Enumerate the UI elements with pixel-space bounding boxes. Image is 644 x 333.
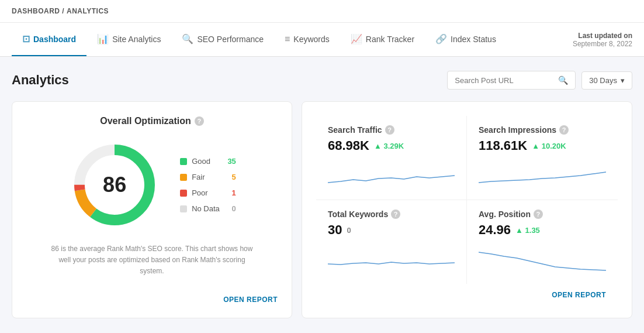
last-updated-date: September 8, 2022 xyxy=(573,40,632,48)
donut-section: 86 Good 35 Fair 5 Poor 1 No Data 0 xyxy=(68,138,236,232)
sparkline xyxy=(328,159,455,188)
metric-avg-position: Avg. Position ? 24.96 ▲ 1.35 xyxy=(467,200,618,284)
nav-tab-dashboard[interactable]: ⊡Dashboard xyxy=(12,23,86,56)
breadcrumb-current: ANALYTICS xyxy=(67,7,109,15)
legend: Good 35 Fair 5 Poor 1 No Data 0 xyxy=(180,157,236,213)
sparkline xyxy=(328,243,455,273)
legend-label: Fair xyxy=(192,173,205,181)
optimization-score: 86 xyxy=(103,173,126,197)
metric-label: Search Traffic ? xyxy=(328,125,455,135)
metric-label: Total Keywords ? xyxy=(328,210,455,219)
nav-meta: Last updated on September 8, 2022 xyxy=(573,32,632,48)
page-header: Analytics 🔍 30 Days ▾ xyxy=(12,71,632,90)
nav-tab-rank-tracker[interactable]: 📈Rank Tracker xyxy=(340,23,425,56)
nav-tab-seo-performance[interactable]: 🔍SEO Performance xyxy=(171,23,274,56)
index-status-label: Index Status xyxy=(451,35,496,44)
metrics-grid: Search Traffic ? 68.98K ▲ 3.29K Search I… xyxy=(316,116,618,284)
rank-tracker-icon: 📈 xyxy=(351,33,362,44)
seo-performance-label: SEO Performance xyxy=(197,35,264,44)
nav-bar: ⊡Dashboard📊Site Analytics🔍SEO Performanc… xyxy=(0,23,644,57)
open-report-left[interactable]: OPEN REPORT xyxy=(223,296,278,304)
sparkline xyxy=(479,243,606,273)
metric-delta: ▲ 3.29K xyxy=(374,142,404,150)
nav-tab-site-analytics[interactable]: 📊Site Analytics xyxy=(86,23,171,56)
metric-value: 24.96 ▲ 1.35 xyxy=(479,222,606,238)
metric-delta: ▲ 1.35 xyxy=(515,226,540,235)
legend-count: 35 xyxy=(224,157,236,166)
header-controls: 🔍 30 Days ▾ xyxy=(447,71,632,90)
optimization-help-icon[interactable]: ? xyxy=(195,116,204,126)
sparkline xyxy=(479,159,606,188)
seo-performance-icon: 🔍 xyxy=(182,33,193,44)
days-select[interactable]: 30 Days ▾ xyxy=(581,71,632,90)
legend-item: Fair 5 xyxy=(180,173,236,181)
metric-search-traffic: Search Traffic ? 68.98K ▲ 3.29K xyxy=(316,116,467,200)
keywords-label: Keywords xyxy=(293,35,329,44)
metric-search-impressions: Search Impressions ? 118.61K ▲ 10.20K xyxy=(467,116,618,200)
open-report-right[interactable]: OPEN REPORT xyxy=(552,291,606,299)
nav-tab-keywords[interactable]: ≡Keywords xyxy=(274,23,340,56)
page-title: Analytics xyxy=(12,73,69,88)
search-traffic-help-icon[interactable]: ? xyxy=(385,125,394,135)
optimization-description: 86 is the average Rank Math's SEO score.… xyxy=(47,243,257,277)
donut-chart: 86 xyxy=(68,138,161,232)
metric-label: Avg. Position ? xyxy=(479,210,606,219)
legend-dot xyxy=(180,158,187,165)
breadcrumb-dashboard[interactable]: DASHBOARD xyxy=(12,7,60,15)
legend-item: Poor 1 xyxy=(180,188,236,197)
search-box[interactable]: 🔍 xyxy=(447,71,576,90)
legend-label: Poor xyxy=(192,188,207,197)
legend-dot xyxy=(180,174,187,181)
cards-row: Overall Optimization ? xyxy=(12,101,632,318)
legend-item: No Data 0 xyxy=(180,204,236,213)
metric-value: 118.61K ▲ 10.20K xyxy=(479,138,606,153)
legend-label: Good xyxy=(192,157,210,166)
nav-tab-index-status[interactable]: 🔗Index Status xyxy=(425,23,507,56)
metric-delta: ▲ 10.20K xyxy=(532,142,566,150)
legend-label: No Data xyxy=(192,204,220,213)
search-input[interactable] xyxy=(455,76,553,85)
legend-count: 5 xyxy=(224,173,236,181)
rank-tracker-label: Rank Tracker xyxy=(366,35,414,44)
page-content: Analytics 🔍 30 Days ▾ Overall Optimizati… xyxy=(0,57,644,332)
last-updated-label: Last updated on xyxy=(573,32,632,40)
breadcrumb: DASHBOARD / ANALYTICS xyxy=(0,0,644,23)
total-keywords-help-icon[interactable]: ? xyxy=(391,210,400,219)
keywords-icon: ≡ xyxy=(285,34,290,44)
metric-delta: 0 xyxy=(347,226,351,235)
legend-count: 0 xyxy=(224,204,236,213)
metrics-card: Search Traffic ? 68.98K ▲ 3.29K Search I… xyxy=(302,101,632,318)
nav-tabs: ⊡Dashboard📊Site Analytics🔍SEO Performanc… xyxy=(12,23,507,56)
right-footer: OPEN REPORT xyxy=(316,284,618,304)
metric-total-keywords: Total Keywords ? 30 0 xyxy=(316,200,467,284)
breadcrumb-separator: / xyxy=(62,7,64,15)
metric-value: 30 0 xyxy=(328,222,455,238)
site-analytics-icon: 📊 xyxy=(97,33,109,44)
chevron-down-icon: ▾ xyxy=(621,76,625,85)
legend-dot xyxy=(180,190,187,197)
legend-count: 1 xyxy=(224,188,236,197)
site-analytics-label: Site Analytics xyxy=(112,35,161,44)
search-impressions-help-icon[interactable]: ? xyxy=(559,125,569,135)
optimization-card: Overall Optimization ? xyxy=(12,101,292,318)
index-status-icon: 🔗 xyxy=(435,33,447,44)
optimization-title: Overall Optimization ? xyxy=(100,116,204,126)
search-icon: 🔍 xyxy=(558,75,568,85)
legend-dot xyxy=(180,205,187,212)
metric-label: Search Impressions ? xyxy=(479,125,606,135)
dashboard-label: Dashboard xyxy=(33,35,76,44)
legend-item: Good 35 xyxy=(180,157,236,166)
dashboard-icon: ⊡ xyxy=(22,33,30,44)
avg-position-help-icon[interactable]: ? xyxy=(534,210,543,219)
metric-value: 68.98K ▲ 3.29K xyxy=(328,138,455,153)
